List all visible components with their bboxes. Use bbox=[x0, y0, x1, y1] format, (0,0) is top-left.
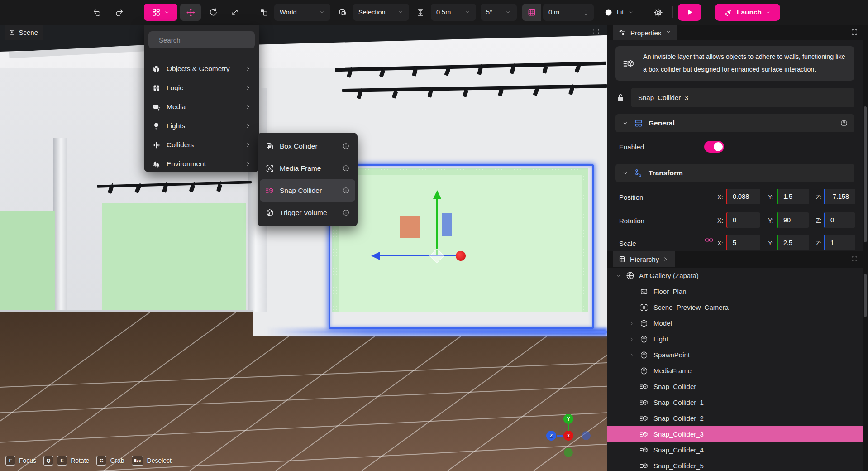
pivot-mode-button[interactable] bbox=[335, 4, 350, 21]
tree-row-selected[interactable]: Snap_Collider_3 bbox=[607, 426, 863, 442]
rotate-icon bbox=[209, 8, 218, 17]
menu-item-colliders[interactable]: Colliders bbox=[148, 135, 256, 154]
trees-icon bbox=[152, 160, 161, 168]
rotate-tool-button[interactable] bbox=[204, 4, 223, 21]
enabled-toggle[interactable] bbox=[704, 141, 724, 153]
transform-space-icon bbox=[259, 8, 268, 17]
info-icon[interactable] bbox=[342, 187, 350, 194]
tree-row[interactable]: Light bbox=[607, 331, 863, 347]
position-y-field[interactable]: 1.5 bbox=[777, 189, 809, 204]
lock-icon[interactable] bbox=[615, 93, 625, 103]
tab-hierarchy[interactable]: Hierarchy bbox=[613, 251, 675, 267]
viewport-expand-icon[interactable] bbox=[592, 28, 600, 35]
general-section-header[interactable]: General bbox=[615, 114, 854, 132]
info-icon[interactable] bbox=[342, 142, 350, 150]
chevron-right-icon[interactable] bbox=[629, 321, 634, 326]
move-snap-dropdown[interactable]: 0.5m bbox=[431, 4, 476, 21]
rotate-snap-dropdown[interactable]: 5° bbox=[481, 4, 517, 21]
chevron-right-icon[interactable] bbox=[629, 352, 634, 358]
tree-row[interactable]: Model bbox=[607, 315, 863, 331]
play-button[interactable] bbox=[678, 4, 701, 21]
rotation-y-field[interactable]: 90 bbox=[777, 212, 809, 228]
grid-height-stepper-arrows[interactable] bbox=[583, 8, 588, 17]
transform-section-header[interactable]: Transform bbox=[615, 164, 854, 182]
axis-x-ball[interactable]: X bbox=[563, 431, 573, 441]
submenu-item-media-frame[interactable]: Media Frame bbox=[260, 157, 355, 179]
render-mode-dropdown[interactable]: Lit bbox=[598, 4, 639, 21]
hierarchy-expand-icon[interactable] bbox=[851, 255, 858, 262]
menu-item-lights[interactable]: Lights bbox=[148, 116, 256, 135]
tree-row[interactable]: Snap_Collider_1 bbox=[607, 394, 863, 410]
tree-row[interactable]: Floor_Plan bbox=[607, 284, 863, 299]
tree-row[interactable]: Snap_Collider_5 bbox=[607, 458, 863, 471]
scale-y-field[interactable]: 2.5 bbox=[777, 235, 809, 250]
tree-row[interactable]: SpawnPoint bbox=[607, 347, 863, 363]
transform-space-button[interactable] bbox=[256, 4, 272, 21]
menu-item-logic[interactable]: Logic bbox=[148, 78, 256, 97]
launch-button[interactable]: Launch bbox=[715, 4, 780, 21]
submenu-item-snap-collider[interactable]: Snap Collider bbox=[260, 179, 355, 202]
redo-button[interactable] bbox=[111, 4, 127, 21]
position-z-field[interactable]: -7.158 bbox=[824, 189, 855, 204]
menu-item-environment[interactable]: Environment bbox=[148, 154, 256, 173]
scale-x-field[interactable]: 5 bbox=[726, 235, 760, 250]
build-menu-button[interactable] bbox=[144, 4, 177, 21]
gizmo-plane-handle-z[interactable] bbox=[442, 213, 452, 236]
search-field[interactable] bbox=[148, 31, 255, 48]
tree-row[interactable]: Snap_Collider_2 bbox=[607, 410, 863, 426]
close-icon[interactable] bbox=[663, 256, 669, 262]
gizmo-z-axis-arrow[interactable] bbox=[379, 255, 460, 256]
viewport-canvas[interactable]: Y Z X Scene F Focus Q E Rotate G Grab Es… bbox=[0, 25, 607, 471]
axis-y-ball[interactable]: Y bbox=[563, 414, 573, 424]
rotation-z-field[interactable]: 0 bbox=[824, 212, 855, 228]
tree-row[interactable]: Scene_Preview_Camera bbox=[607, 299, 863, 315]
axis-z-ball[interactable]: Z bbox=[546, 431, 556, 441]
chevron-down-icon[interactable] bbox=[583, 13, 588, 17]
world-space-dropdown[interactable]: World bbox=[274, 4, 330, 21]
tree-row[interactable]: Snap_Collider_4 bbox=[607, 442, 863, 458]
pivot-dropdown[interactable]: Selection bbox=[353, 4, 409, 21]
axis-neg-y-ball[interactable] bbox=[564, 448, 573, 457]
puzzle-icon bbox=[152, 84, 161, 92]
info-icon[interactable] bbox=[342, 209, 350, 216]
undo-button[interactable] bbox=[89, 4, 105, 21]
axis-neg-z-ball[interactable] bbox=[582, 431, 591, 440]
tree-row[interactable]: MediaFrame bbox=[607, 363, 863, 379]
rotation-x-field[interactable]: 0 bbox=[726, 212, 760, 228]
info-icon[interactable] bbox=[342, 164, 350, 172]
tab-properties[interactable]: Properties bbox=[613, 25, 677, 40]
grid-snap-toggle[interactable] bbox=[522, 4, 541, 21]
kebab-menu-icon[interactable] bbox=[840, 169, 848, 177]
hierarchy-scrollbar-thumb[interactable] bbox=[864, 274, 867, 317]
tab-scene[interactable]: Scene bbox=[5, 25, 43, 40]
help-icon[interactable] bbox=[840, 119, 848, 127]
gizmo-y-axis-arrow[interactable] bbox=[436, 198, 438, 256]
scale-z-field[interactable]: 1 bbox=[824, 235, 855, 250]
move-tool-button[interactable] bbox=[180, 4, 201, 21]
snap-to-surface-button[interactable] bbox=[413, 4, 428, 21]
settings-button[interactable] bbox=[650, 4, 666, 21]
link-icon[interactable] bbox=[704, 235, 714, 245]
search-input[interactable] bbox=[158, 36, 250, 44]
gizmo-plane-handle-xz[interactable] bbox=[400, 216, 420, 238]
close-icon[interactable] bbox=[665, 29, 672, 36]
position-x-field[interactable]: 0.088 bbox=[726, 189, 760, 204]
gizmo-x-axis-handle[interactable] bbox=[456, 251, 466, 261]
submenu-item-trigger-volume[interactable]: Trigger Volume bbox=[260, 202, 355, 224]
panel-scrollbar[interactable] bbox=[863, 25, 868, 471]
object-name-field[interactable]: Snap_Collider_3 bbox=[631, 88, 854, 107]
tree-row-root[interactable]: Art Gallery (Zapata) bbox=[607, 268, 863, 284]
scale-tool-button[interactable] bbox=[225, 4, 244, 21]
menu-item-media[interactable]: Media bbox=[148, 97, 256, 116]
properties-scrollbar-thumb[interactable] bbox=[864, 106, 867, 242]
tree-row[interactable]: Snap_Collider bbox=[607, 379, 863, 394]
chevron-right-icon[interactable] bbox=[629, 336, 634, 342]
properties-expand-icon[interactable] bbox=[851, 29, 858, 36]
chevron-up-icon[interactable] bbox=[583, 8, 588, 12]
scene-icon bbox=[9, 29, 15, 36]
grid-height-stepper[interactable]: 0 m bbox=[543, 4, 594, 21]
submenu-item-box-collider[interactable]: Box Collider bbox=[260, 135, 355, 157]
menu-item-objects-geometry[interactable]: Objects & Geometry bbox=[148, 59, 256, 78]
chevron-down-icon[interactable] bbox=[615, 273, 622, 279]
play-icon bbox=[686, 8, 694, 16]
